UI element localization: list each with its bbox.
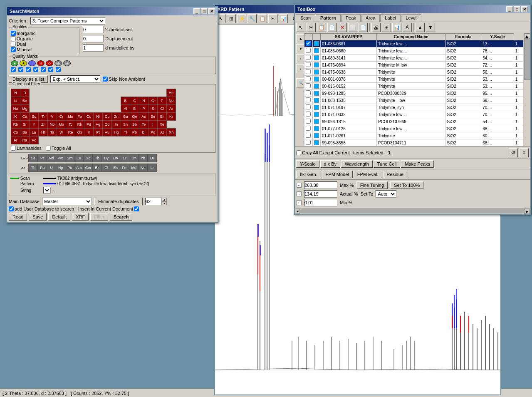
inorganic-checkbox-label[interactable]: Inorganic <box>11 31 77 36</box>
row-checkbox-4[interactable] <box>306 69 311 74</box>
table-row[interactable]: 01-086-0681Tridymite low ...SiO213....1 <box>304 40 524 47</box>
row-checkbox-14[interactable] <box>306 140 311 145</box>
element-Zr[interactable]: Zr <box>39 121 48 129</box>
element-K[interactable]: K <box>11 113 20 121</box>
table-row[interactable]: 01-076-0894Tridymite M lowSiO272....1 <box>304 62 524 69</box>
element-Pr[interactable]: Pr <box>37 154 47 162</box>
element-Cm[interactable]: Cm <box>84 164 93 172</box>
add-user-db-label[interactable]: add User Database to search <box>9 206 74 211</box>
table-row[interactable]: 99-095-8556PCOD3104711SiO268....1 <box>304 139 524 146</box>
tab-peak[interactable]: Peak <box>341 14 361 22</box>
xrf-button[interactable]: XRF <box>72 213 89 221</box>
make-peaks-button[interactable]: Make Peaks <box>401 160 434 168</box>
tab-pattern[interactable]: Pattern <box>316 14 341 22</box>
row-checkbox-9[interactable] <box>306 104 311 109</box>
qm-check5[interactable] <box>41 67 46 72</box>
table-row[interactable]: 00-001-0378TridymiteSiO253....1 <box>304 76 524 83</box>
element-Bk[interactable]: Bk <box>93 164 102 172</box>
element-Si[interactable]: Si <box>130 105 139 113</box>
element-Sm[interactable]: Sm <box>65 154 74 162</box>
string-select[interactable]: - <box>43 187 51 194</box>
toggle-all-label[interactable]: Toggle All <box>46 146 71 151</box>
element-Cr[interactable]: Cr <box>57 113 66 121</box>
element-Al[interactable]: Al <box>121 105 130 113</box>
element-Sc[interactable]: Sc <box>30 113 39 121</box>
tb-paste[interactable]: 📄 <box>327 23 337 32</box>
auto-select[interactable]: Auto <box>376 190 396 198</box>
tool4[interactable]: 🔧 <box>247 14 257 23</box>
skip-non-ambient-label[interactable]: Skip Non Ambient <box>103 77 145 82</box>
scroll-down[interactable]: ▼ <box>524 209 530 214</box>
element-Ne[interactable]: Ne <box>167 97 176 105</box>
element-Sb[interactable]: Sb <box>130 121 139 129</box>
element-Tc[interactable]: Tc <box>66 121 75 129</box>
read-button[interactable]: Read <box>9 213 27 221</box>
element-Br[interactable]: Br <box>158 113 167 121</box>
element-Th[interactable]: Th <box>29 164 38 172</box>
scroll-up[interactable]: ▲ <box>524 33 530 38</box>
displacement-input[interactable] <box>83 35 104 42</box>
element-Ge[interactable]: Ge <box>130 113 139 121</box>
element-Pm[interactable]: Pm <box>56 154 65 162</box>
element-Bi[interactable]: Bi <box>139 129 148 136</box>
element-Os[interactable]: Os <box>75 129 84 136</box>
element-Ce[interactable]: Ce <box>28 154 37 162</box>
element-Au[interactable]: Au <box>103 129 112 136</box>
lanthanides-checkbox[interactable] <box>11 146 16 151</box>
tb-grid[interactable]: ⊞ <box>382 23 391 32</box>
element-Lr[interactable]: Lr <box>148 164 157 172</box>
element-Ar[interactable]: Ar <box>167 105 176 113</box>
element-Yb[interactable]: Yb <box>138 154 147 162</box>
row-checkbox-5[interactable] <box>306 76 311 81</box>
table-row[interactable]: 01-071-0261TridymiteSiO260....1 <box>304 132 524 139</box>
element-H[interactable]: H <box>11 89 20 97</box>
element-U[interactable]: U <box>47 164 56 172</box>
element-At[interactable]: At <box>158 129 167 136</box>
element-B[interactable]: B <box>121 97 130 105</box>
max-percent-input[interactable] <box>304 181 337 189</box>
items-refresh[interactable]: ↺ <box>509 148 518 157</box>
element-Hg[interactable]: Hg <box>112 129 121 136</box>
actual-percent-input[interactable] <box>304 190 337 198</box>
row-checkbox-7[interactable] <box>306 90 311 95</box>
toolbox-maximize[interactable]: □ <box>514 6 520 12</box>
element-Fr[interactable]: Fr <box>11 136 20 144</box>
element-As[interactable]: As <box>139 113 148 121</box>
dual-checkbox-label[interactable]: Dual <box>11 42 77 47</box>
element-Pa[interactable]: Pa <box>38 164 47 172</box>
element-Md[interactable]: Md <box>129 164 139 172</box>
h-scroll-left[interactable]: ◄ <box>295 209 300 214</box>
criterion-select[interactable]: 3: Favor Complex Patterns <box>30 17 105 25</box>
element-Te[interactable]: Te <box>139 121 148 129</box>
qm-check6[interactable] <box>48 67 53 72</box>
set-to-100-button[interactable]: Set To 100% <box>390 181 423 189</box>
add-user-db-checkbox[interactable] <box>9 206 14 211</box>
mineral-checkbox-label[interactable]: Mineral <box>11 47 77 52</box>
element-Mg[interactable]: Mg <box>20 105 30 113</box>
tool6[interactable]: ✂ <box>268 14 277 23</box>
mineral-checkbox[interactable] <box>11 47 16 52</box>
element-N[interactable]: N <box>139 97 148 105</box>
table-row[interactable]: 99-096-1815PCOD3107969SiO254....1 <box>304 118 524 125</box>
element-Kr[interactable]: Kr <box>167 113 176 121</box>
element-Xe[interactable]: Xe <box>158 121 167 129</box>
element-Tl[interactable]: Tl <box>121 129 130 136</box>
toolbox-close[interactable]: ✕ <box>521 6 528 12</box>
element-Ag[interactable]: Ag <box>94 121 103 129</box>
tb-down[interactable]: ▼ <box>426 23 435 32</box>
fpm-model-button[interactable]: FPM Model <box>322 171 353 178</box>
element-Mo[interactable]: Mo <box>57 121 66 129</box>
row-checkbox-11[interactable] <box>306 119 311 124</box>
element-Pt[interactable]: Pt <box>94 129 103 136</box>
element-Nd[interactable]: Nd <box>47 154 56 162</box>
element-Rh[interactable]: Rh <box>75 121 84 129</box>
element-Am[interactable]: Am <box>74 164 84 172</box>
element-Po[interactable]: Po <box>148 129 158 136</box>
max-results-up[interactable]: ▲ <box>162 198 167 201</box>
tb-select[interactable]: ↖ <box>296 23 305 32</box>
d-multiplied-input[interactable] <box>83 44 104 52</box>
element-La[interactable]: La <box>30 129 39 136</box>
items-settings[interactable]: ≡ <box>520 148 529 157</box>
element-Mn[interactable]: Mn <box>66 113 75 121</box>
element-Ta[interactable]: Ta <box>48 129 57 136</box>
